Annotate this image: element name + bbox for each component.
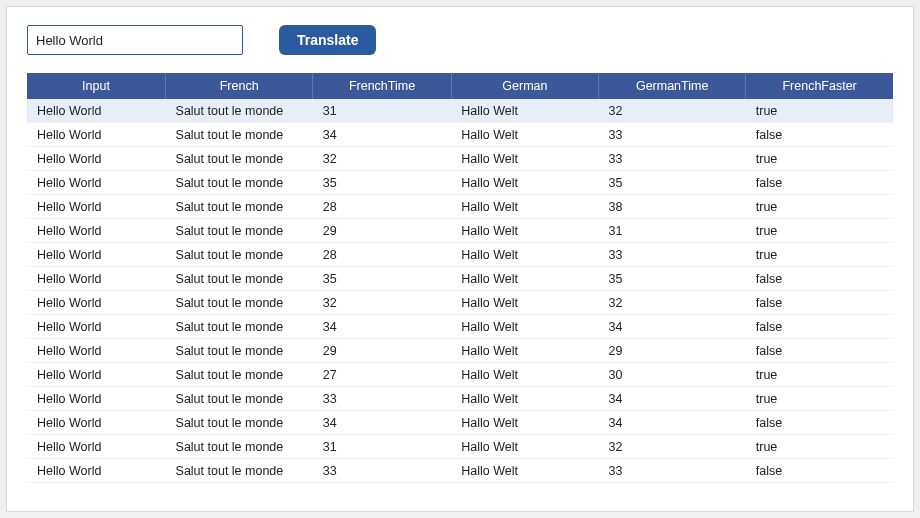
table-cell: false bbox=[746, 267, 893, 291]
table-row[interactable]: Hello WorldSalut tout le monde35Hallo We… bbox=[27, 267, 893, 291]
app-panel: Translate Input French FrenchTime German… bbox=[6, 6, 914, 512]
table-row[interactable]: Hello WorldSalut tout le monde34Hallo We… bbox=[27, 411, 893, 435]
table-row[interactable]: Hello WorldSalut tout le monde32Hallo We… bbox=[27, 291, 893, 315]
table-cell: Hallo Welt bbox=[451, 147, 598, 171]
table-row[interactable]: Hello WorldSalut tout le monde29Hallo We… bbox=[27, 219, 893, 243]
table-header-row: Input French FrenchTime German GermanTim… bbox=[27, 73, 893, 99]
table-cell: true bbox=[746, 243, 893, 267]
table-cell: 33 bbox=[599, 147, 746, 171]
table-cell: true bbox=[746, 387, 893, 411]
table-cell: Salut tout le monde bbox=[166, 363, 313, 387]
table-cell: Salut tout le monde bbox=[166, 123, 313, 147]
table-cell: Hallo Welt bbox=[451, 99, 598, 123]
table-row[interactable]: Hello WorldSalut tout le monde33Hallo We… bbox=[27, 387, 893, 411]
table-cell: Salut tout le monde bbox=[166, 387, 313, 411]
controls-row: Translate bbox=[27, 25, 893, 55]
table-cell: Salut tout le monde bbox=[166, 171, 313, 195]
table-cell: 33 bbox=[313, 459, 452, 483]
table-cell: Hallo Welt bbox=[451, 363, 598, 387]
table-cell: 28 bbox=[313, 243, 452, 267]
table-cell: 35 bbox=[599, 171, 746, 195]
table-cell: Hello World bbox=[27, 147, 166, 171]
table-row[interactable]: Hello WorldSalut tout le monde34Hallo We… bbox=[27, 315, 893, 339]
table-cell: Hallo Welt bbox=[451, 123, 598, 147]
table-cell: Hallo Welt bbox=[451, 435, 598, 459]
table-cell: Hello World bbox=[27, 459, 166, 483]
table-cell: 34 bbox=[313, 123, 452, 147]
table-cell: 32 bbox=[313, 291, 452, 315]
table-cell: false bbox=[746, 123, 893, 147]
table-cell: Hello World bbox=[27, 363, 166, 387]
table-row[interactable]: Hello WorldSalut tout le monde35Hallo We… bbox=[27, 171, 893, 195]
text-input[interactable] bbox=[27, 25, 243, 55]
table-cell: true bbox=[746, 435, 893, 459]
table-cell: 29 bbox=[313, 219, 452, 243]
table-row[interactable]: Hello WorldSalut tout le monde32Hallo We… bbox=[27, 147, 893, 171]
table-cell: Hallo Welt bbox=[451, 219, 598, 243]
col-german-time[interactable]: GermanTime bbox=[599, 73, 746, 99]
table-cell: 33 bbox=[599, 459, 746, 483]
col-french[interactable]: French bbox=[166, 73, 313, 99]
table-cell: Hallo Welt bbox=[451, 171, 598, 195]
table-cell: false bbox=[746, 339, 893, 363]
table-cell: 29 bbox=[599, 339, 746, 363]
table-cell: 34 bbox=[599, 315, 746, 339]
col-french-faster[interactable]: FrenchFaster bbox=[746, 73, 893, 99]
table-cell: 27 bbox=[313, 363, 452, 387]
table-cell: 33 bbox=[599, 123, 746, 147]
table-cell: Hallo Welt bbox=[451, 243, 598, 267]
table-cell: true bbox=[746, 99, 893, 123]
table-cell: true bbox=[746, 363, 893, 387]
table-cell: Hallo Welt bbox=[451, 315, 598, 339]
table-cell: Salut tout le monde bbox=[166, 219, 313, 243]
translate-button[interactable]: Translate bbox=[279, 25, 376, 55]
table-cell: 38 bbox=[599, 195, 746, 219]
table-cell: Salut tout le monde bbox=[166, 195, 313, 219]
table-cell: false bbox=[746, 315, 893, 339]
table-row[interactable]: Hello WorldSalut tout le monde29Hallo We… bbox=[27, 339, 893, 363]
table-row[interactable]: Hello WorldSalut tout le monde33Hallo We… bbox=[27, 459, 893, 483]
table-cell: Salut tout le monde bbox=[166, 267, 313, 291]
table-row[interactable]: Hello WorldSalut tout le monde27Hallo We… bbox=[27, 363, 893, 387]
table-cell: false bbox=[746, 291, 893, 315]
table-cell: 35 bbox=[599, 267, 746, 291]
col-french-time[interactable]: FrenchTime bbox=[313, 73, 452, 99]
table-cell: 35 bbox=[313, 267, 452, 291]
table-cell: Salut tout le monde bbox=[166, 291, 313, 315]
table-row[interactable]: Hello WorldSalut tout le monde31Hallo We… bbox=[27, 99, 893, 123]
col-input[interactable]: Input bbox=[27, 73, 166, 99]
results-table: Input French FrenchTime German GermanTim… bbox=[27, 73, 893, 483]
table-cell: 33 bbox=[599, 243, 746, 267]
table-cell: Hallo Welt bbox=[451, 339, 598, 363]
table-cell: Hello World bbox=[27, 195, 166, 219]
table-cell: Hello World bbox=[27, 435, 166, 459]
table-cell: 34 bbox=[313, 411, 452, 435]
table-row[interactable]: Hello WorldSalut tout le monde34Hallo We… bbox=[27, 123, 893, 147]
table-cell: Hello World bbox=[27, 99, 166, 123]
table-row[interactable]: Hello WorldSalut tout le monde28Hallo We… bbox=[27, 195, 893, 219]
table-cell: 32 bbox=[599, 291, 746, 315]
table-cell: Salut tout le monde bbox=[166, 339, 313, 363]
table-cell: Hallo Welt bbox=[451, 411, 598, 435]
table-cell: 32 bbox=[599, 435, 746, 459]
table-cell: Hallo Welt bbox=[451, 267, 598, 291]
table-cell: 32 bbox=[313, 147, 452, 171]
table-cell: Salut tout le monde bbox=[166, 459, 313, 483]
table-cell: 28 bbox=[313, 195, 452, 219]
table-row[interactable]: Hello WorldSalut tout le monde31Hallo We… bbox=[27, 435, 893, 459]
col-german[interactable]: German bbox=[451, 73, 598, 99]
table-cell: Hallo Welt bbox=[451, 195, 598, 219]
table-cell: Salut tout le monde bbox=[166, 435, 313, 459]
table-cell: Hallo Welt bbox=[451, 459, 598, 483]
table-cell: Hallo Welt bbox=[451, 387, 598, 411]
table-cell: 32 bbox=[599, 99, 746, 123]
table-cell: Hello World bbox=[27, 243, 166, 267]
table-cell: 30 bbox=[599, 363, 746, 387]
table-cell: Hello World bbox=[27, 171, 166, 195]
table-cell: 34 bbox=[313, 315, 452, 339]
table-cell: false bbox=[746, 459, 893, 483]
table-row[interactable]: Hello WorldSalut tout le monde28Hallo We… bbox=[27, 243, 893, 267]
table-cell: true bbox=[746, 195, 893, 219]
table-cell: Hello World bbox=[27, 219, 166, 243]
table-cell: true bbox=[746, 219, 893, 243]
